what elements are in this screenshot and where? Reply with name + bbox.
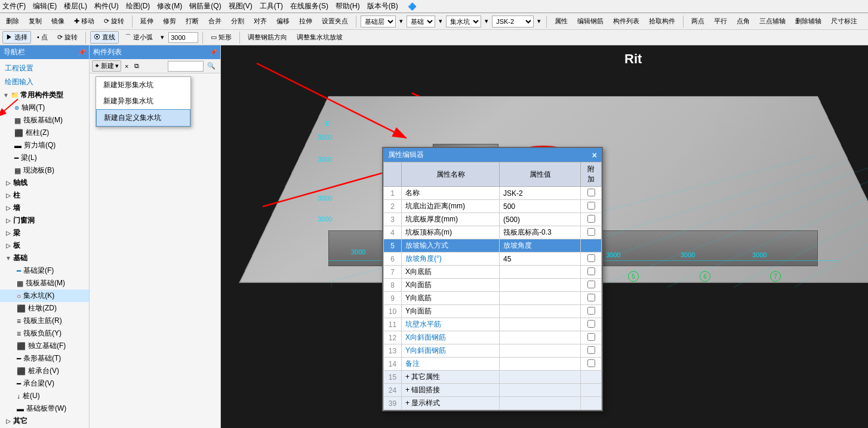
dropdown-custom-sump[interactable]: 新建自定义集水坑 (96, 109, 190, 127)
btn-remove-aux[interactable]: 删除辅轴 (792, 15, 825, 27)
select-type[interactable]: 基础 (407, 16, 435, 27)
btn-arc[interactable]: ⌒ 逆小弧 (121, 31, 156, 44)
btn-adjust-steel[interactable]: 调整钢筋方向 (244, 31, 291, 44)
btn-point[interactable]: • 点 (33, 31, 51, 44)
prop-row-checkbox[interactable] (587, 359, 595, 367)
prop-row-checkbox[interactable] (587, 202, 595, 210)
menu-view[interactable]: 视图(V) (229, 1, 253, 11)
btn-rotate[interactable]: ⟳ 旋转 (100, 15, 128, 27)
btn-extend[interactable]: 延伸 (137, 15, 157, 27)
btn-new-comp[interactable]: ✦ 新建 ▾ (92, 60, 121, 72)
prop-row-checkbox[interactable] (587, 294, 595, 301)
nav-window-group[interactable]: ▷ 门窗洞 (0, 214, 89, 227)
prop-row-checkbox[interactable] (587, 320, 595, 328)
nav-common-group[interactable]: ▼ 📁 常用构件类型 (0, 89, 89, 101)
prop-row-value[interactable]: 500 (500, 200, 581, 213)
prop-row-value[interactable]: 筏板底标高-0.3 (500, 226, 581, 239)
menu-edit[interactable]: 编辑(E) (33, 1, 57, 11)
prop-row-name[interactable]: 备注 (402, 358, 500, 371)
prop-row-name[interactable]: + 锚固搭接 (402, 384, 500, 397)
comp-pin-icon[interactable]: 📌 (210, 49, 217, 56)
menu-draw[interactable]: 绘图(D) (126, 1, 150, 11)
nav-project-settings[interactable]: 工程设置 (0, 61, 89, 75)
menu-tool[interactable]: 工具(T) (260, 1, 283, 11)
btn-point-angle[interactable]: 点角 (733, 15, 753, 27)
prop-row-name[interactable]: 放坡角度(°) (402, 253, 500, 266)
nav-beam-group[interactable]: ▷ 梁 (0, 227, 89, 239)
nav-axis-group[interactable]: ▷ 轴线 (0, 177, 89, 189)
btn-copy-comp[interactable]: ⧉ (132, 61, 141, 71)
btn-rect[interactable]: ▭ 矩形 (207, 31, 235, 44)
nav-foundation-group[interactable]: ▼ 基础 (0, 252, 89, 264)
btn-three-axis[interactable]: 三点辅轴 (756, 15, 789, 27)
prop-row-checkbox[interactable] (587, 189, 595, 196)
nav-base-strip[interactable]: ▬ 基础板带(W) (0, 402, 89, 415)
nav-raft[interactable]: ▦ 筏板基础(M) (0, 114, 89, 127)
btn-mirror[interactable]: 镜像 (48, 15, 68, 27)
nav-plate-group[interactable]: ▷ 板 (0, 239, 89, 252)
prop-row-name[interactable]: X向斜面钢筋 (402, 331, 500, 344)
nav-pile[interactable]: ↓ 桩(U) (0, 390, 89, 402)
prop-row-name[interactable]: 坑壁水平筋 (402, 318, 500, 331)
btn-pick-comp[interactable]: 拾取构件 (645, 15, 679, 27)
comp-search-input[interactable] (168, 61, 204, 72)
btn-merge[interactable]: 合并 (205, 15, 225, 27)
prop-row-name[interactable]: + 其它属性 (402, 371, 500, 384)
btn-select[interactable]: ▶ 选择 (2, 31, 31, 44)
select-subtype[interactable]: 集水坑 (446, 16, 481, 27)
btn-trim[interactable]: 修剪 (159, 15, 180, 27)
prop-row-name[interactable]: + 显示样式 (402, 397, 500, 410)
menu-steel[interactable]: 钢筋量(Q) (189, 1, 221, 11)
nav-draw-input[interactable]: 绘图输入 (0, 75, 89, 89)
prop-row-checkbox[interactable] (587, 215, 595, 223)
btn-delete[interactable]: 删除 (2, 15, 23, 27)
nav-independent[interactable]: ⬛ 独立基础(F) (0, 340, 89, 352)
btn-grip[interactable]: 设置夹点 (318, 15, 352, 27)
btn-stretch[interactable]: 拉伸 (296, 15, 316, 27)
value-input[interactable] (168, 32, 198, 43)
nav-colpier[interactable]: ⬛ 柱墩(ZD) (0, 302, 89, 315)
btn-delete-comp[interactable]: × (122, 61, 131, 71)
btn-two-points[interactable]: 两点 (688, 15, 708, 27)
prop-row-checkbox[interactable] (587, 346, 595, 354)
btn-parallel[interactable]: 平行 (710, 15, 731, 27)
menu-modify[interactable]: 修改(M) (157, 1, 182, 11)
nav-pin-icon[interactable]: 📌 (78, 49, 85, 56)
menu-file[interactable]: 文件(F) (2, 1, 26, 11)
nav-axis[interactable]: ⊕ 轴网(T) (0, 101, 89, 114)
nav-shearwall[interactable]: ▬ 剪力墙(Q) (0, 139, 89, 152)
prop-dialog-close-btn[interactable]: × (592, 150, 597, 160)
btn-copy[interactable]: 复制 (25, 15, 45, 27)
menu-floor[interactable]: 楼层(L) (64, 1, 87, 11)
dropdown-irregular-sump[interactable]: 新建异形集水坑 (96, 93, 190, 109)
btn-comp-list[interactable]: 构件列表 (610, 15, 643, 27)
prop-row-name[interactable]: Y向斜面钢筋 (402, 344, 500, 358)
btn-edit-steel[interactable]: 编辑钢筋 (574, 15, 607, 27)
btn-move[interactable]: ✚ 移动 (70, 15, 98, 27)
btn-dim-label[interactable]: 尺寸标注 (827, 15, 861, 27)
prop-row-value[interactable]: 45 (500, 253, 581, 266)
nav-slab[interactable]: ▦ 现浇板(B) (0, 164, 89, 177)
btn-break[interactable]: 打断 (182, 15, 202, 27)
btn-search[interactable]: 🔍 (205, 61, 218, 71)
select-code[interactable]: JSK-2 (492, 16, 534, 27)
nav-raft-neg[interactable]: ≡ 筏板负筋(Y) (0, 327, 89, 340)
btn-rotate2[interactable]: ⟳ 旋转 (54, 31, 81, 44)
prop-row-checkbox[interactable] (587, 267, 595, 275)
nav-strip[interactable]: ━ 条形基础(T) (0, 352, 89, 365)
menu-version[interactable]: 版本号(B) (367, 1, 398, 11)
btn-split[interactable]: 分割 (227, 15, 248, 27)
prop-row-value[interactable]: (500) (500, 213, 581, 226)
prop-row-checkbox[interactable] (587, 333, 595, 341)
menu-help[interactable]: 帮助(H) (335, 1, 360, 11)
prop-row-value[interactable]: 放坡角度 (500, 239, 581, 253)
btn-offset[interactable]: 偏移 (273, 15, 293, 27)
nav-beam[interactable]: ━ 梁(L) (0, 152, 89, 164)
prop-row-checkbox[interactable] (587, 307, 595, 315)
dropdown-rect-sump[interactable]: 新建矩形集水坑 (96, 77, 190, 93)
menu-online[interactable]: 在线服务(S) (290, 1, 328, 11)
nav-raft2[interactable]: ▦ 筏板基础(M) (0, 277, 89, 290)
nav-wall-group[interactable]: ▷ 墙 (0, 202, 89, 214)
nav-other-group[interactable]: ▷ 其它 (0, 415, 89, 427)
menu-component[interactable]: 构件(U) (94, 1, 119, 11)
